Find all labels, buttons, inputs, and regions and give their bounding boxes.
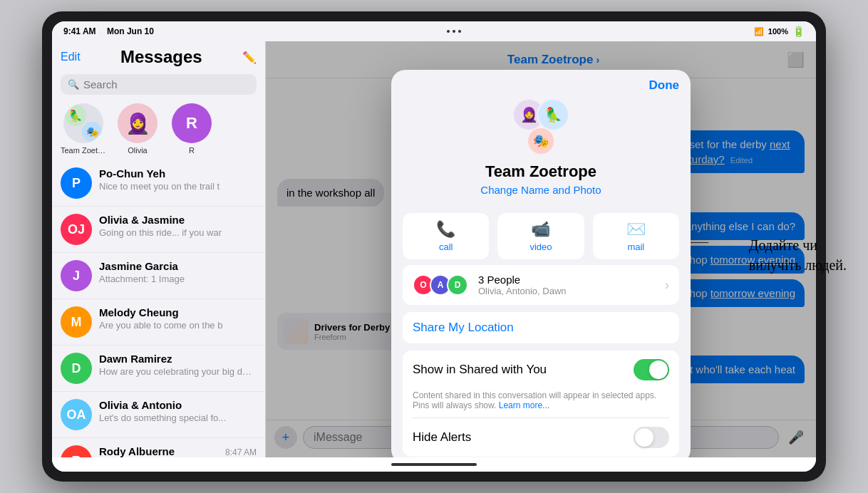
status-time: 9:41 AM (63, 26, 96, 36)
ipad-frame: 9:41 AM Mon Jun 10 📶 100% 🔋 Edit M (42, 11, 826, 482)
group-avatar-3: 🎭 (527, 127, 555, 155)
home-indicator (391, 463, 477, 466)
video-button[interactable]: 📹 video (497, 213, 584, 259)
toggle-knob (635, 428, 653, 447)
message-name: Olivia & Antonio (99, 399, 182, 411)
modal-header: Done (391, 70, 691, 93)
modal-overlay: Done 🧕 🦜 🎭 Team Zoetrope Change Name and… (266, 41, 816, 457)
group-detail-modal: Done 🧕 🦜 🎭 Team Zoetrope Change Name and… (391, 70, 691, 457)
share-location-section: Share My Location (403, 312, 679, 343)
learn-more-link[interactable]: Learn more... (499, 400, 549, 410)
people-avatars: O A D (413, 274, 468, 296)
avatar: OA (61, 399, 92, 430)
share-location-row[interactable]: Share My Location (403, 312, 679, 343)
avatar: OJ (61, 214, 92, 245)
list-item[interactable]: OA Olivia & Antonio Let's do something s… (52, 392, 265, 438)
avatar: P (61, 167, 92, 199)
list-item[interactable]: D Dawn Ramirez How are you celebrating y… (52, 346, 265, 392)
home-bar-bottom (52, 457, 816, 472)
mail-label: mail (627, 242, 644, 252)
compose-icon: ✏️ (242, 51, 257, 63)
search-input[interactable] (83, 78, 249, 90)
status-bar-right: 📶 100% 🔋 (754, 26, 805, 37)
pinned-contacts: 🦜 🎭 Team Zoetrope 🧕 Olivia R R (52, 100, 265, 160)
show-in-shared-desc: Content shared in this conversation will… (413, 390, 669, 410)
message-name: Jasmine Garcia (99, 260, 178, 272)
search-icon: 🔍 (68, 79, 79, 90)
show-in-shared-row: Show in Shared with You (403, 351, 679, 389)
call-button[interactable]: 📞 call (403, 213, 489, 259)
pinned-contact[interactable]: 🦜 🎭 Team Zoetrope (61, 103, 106, 155)
people-info: 3 People Olivia, Antonio, Dawn (478, 274, 658, 296)
list-item[interactable]: OJ Olivia & Jasmine Going on this ride..… (52, 207, 265, 253)
mail-icon: ✉️ (626, 220, 646, 239)
avatar: R (61, 445, 92, 457)
message-preview: How are you celebrating your big day? (99, 366, 257, 377)
sidebar: Edit Messages ✏️ 🔍 🦜 🎭 (52, 41, 266, 457)
video-label: video (529, 242, 552, 252)
message-preview: Are you able to come on the b (99, 320, 257, 331)
message-preview: Let's do something special fo... (99, 412, 257, 423)
main-area: Edit Messages ✏️ 🔍 🦜 🎭 (52, 41, 816, 457)
sidebar-header: Edit Messages ✏️ (52, 41, 265, 71)
message-name: Po-Chun Yeh (99, 167, 165, 180)
hide-alerts-title: Hide Alerts (413, 430, 626, 445)
pinned-contact[interactable]: 🧕 Olivia (115, 103, 160, 155)
status-bar-center (447, 30, 461, 33)
change-name-button[interactable]: Change Name and Photo (480, 184, 601, 196)
person-avatar: D (447, 274, 468, 296)
search-bar[interactable]: 🔍 (61, 74, 257, 95)
avatar: M (61, 306, 92, 338)
list-item[interactable]: R Rody Albuerne 8:47 AM Do you wanna joi… (52, 438, 265, 457)
mail-button[interactable]: ✉️ mail (593, 213, 679, 259)
list-item[interactable]: M Melody Cheung Are you able to come on … (52, 299, 265, 346)
modal-group-info: 🧕 🦜 🎭 Team Zoetrope Change Name and Phot… (391, 93, 691, 207)
list-item[interactable]: J Jasmine Garcia Attachment: 1 Image (52, 253, 265, 299)
message-preview: Nice to meet you on the trail t (99, 181, 257, 192)
message-preview: Attachment: 1 Image (99, 274, 257, 284)
status-bar-left: 9:41 AM Mon Jun 10 (63, 26, 154, 36)
chat-area: Team Zoetrope › ⬜ Olivia has changed the… (266, 41, 816, 457)
pinned-label: Team Zoetrope (61, 146, 106, 155)
done-button[interactable]: Done (649, 78, 680, 93)
wifi-icon: 📶 (754, 27, 764, 36)
pinned-label: R (189, 146, 195, 155)
call-icon: 📞 (436, 220, 455, 239)
pinned-avatar: R (172, 103, 212, 143)
chevron-right-icon: › (665, 278, 669, 293)
message-name: Rody Albuerne (99, 445, 175, 457)
message-time: 8:47 AM (225, 447, 257, 457)
show-in-shared-title: Show in Shared with You (413, 363, 626, 377)
show-in-shared-toggle[interactable] (634, 359, 669, 380)
list-item[interactable]: P Po-Chun Yeh Nice to meet you on the tr… (52, 160, 265, 207)
people-count: 3 People (478, 274, 658, 286)
message-name: Olivia & Jasmine (99, 214, 185, 226)
toggle-knob (649, 360, 668, 379)
hide-alerts-row: Hide Alerts (403, 418, 679, 457)
sidebar-title: Messages (120, 47, 202, 67)
message-name: Melody Cheung (99, 306, 179, 318)
people-names: Olivia, Antonio, Dawn (478, 286, 658, 296)
pinned-label: Olivia (128, 146, 148, 155)
compose-button[interactable]: ✏️ (242, 51, 257, 64)
people-section: O A D 3 People Olivia, Antonio, Dawn › (403, 265, 679, 305)
group-avatar: 🦜 🎭 (63, 103, 103, 143)
edit-button[interactable]: Edit (61, 51, 81, 63)
ipad-screen: 9:41 AM Mon Jun 10 📶 100% 🔋 Edit M (52, 21, 816, 472)
group-avatar-stack: 🧕 🦜 🎭 (512, 98, 569, 155)
avatar: J (61, 260, 92, 291)
video-icon: 📹 (531, 220, 550, 239)
toggle-section: Show in Shared with You Content shared i… (403, 351, 679, 457)
modal-group-name: Team Zoetrope (485, 162, 596, 181)
pinned-contact[interactable]: R R (169, 103, 215, 155)
battery-icon: 🔋 (792, 26, 805, 37)
hide-alerts-toggle[interactable] (634, 427, 669, 448)
share-location-label: Share My Location (413, 321, 514, 335)
modal-actions: 📞 call 📹 video ✉️ mail (403, 213, 679, 259)
battery-level: 100% (768, 27, 788, 36)
pinned-avatar: 🧕 (118, 103, 157, 143)
status-bar: 9:41 AM Mon Jun 10 📶 100% 🔋 (52, 21, 816, 41)
call-label: call (439, 242, 453, 252)
people-row[interactable]: O A D 3 People Olivia, Antonio, Dawn › (403, 265, 679, 305)
message-name: Dawn Ramirez (99, 353, 172, 365)
